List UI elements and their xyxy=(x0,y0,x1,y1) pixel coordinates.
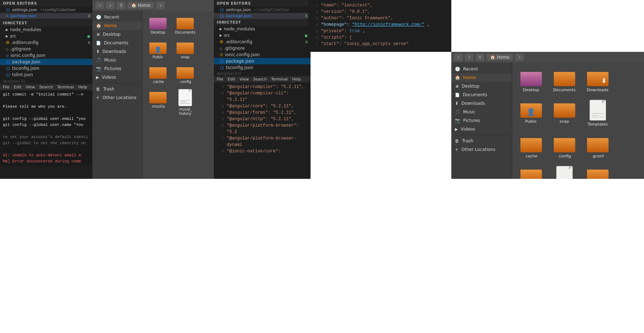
file-mysql-icon xyxy=(178,89,192,106)
large-folder-cache xyxy=(520,134,542,152)
fm-path-home: 🏠 Home xyxy=(128,2,154,9)
large-file-snap[interactable]: snap xyxy=(549,98,580,129)
sidebar-music[interactable]: 🎵 Music xyxy=(92,56,142,64)
json-icon: {} xyxy=(6,8,10,12)
large-file-cache[interactable]: .cache xyxy=(516,132,546,161)
tree-ionic-config[interactable]: ⊙ ionic.config.json xyxy=(0,52,93,59)
center-ionic-config[interactable]: ⊙ ionic.config.json xyxy=(214,52,311,58)
large-file-documents[interactable]: Documents xyxy=(549,66,580,95)
chevron-icon: ▶ xyxy=(6,28,8,31)
tree-node-modules[interactable]: ▶ node_modules xyxy=(0,26,93,33)
center-gitignore[interactable]: ◇ .gitignore xyxy=(214,45,311,52)
nav-up-btn[interactable]: ⇧ xyxy=(117,2,125,9)
home-icon: 🏠 xyxy=(455,75,460,80)
music-icon: 🎵 xyxy=(96,58,101,63)
large-file-templates[interactable]: Templates xyxy=(582,98,613,129)
center-node-modules[interactable]: ▶ node_modules xyxy=(214,26,311,32)
large-sidebar-documents[interactable]: 📄 Documents xyxy=(451,90,512,99)
large-nav-right-btn[interactable]: › xyxy=(515,54,524,61)
file-snap[interactable]: snap xyxy=(173,38,198,61)
large-file-public[interactable]: 👤 Public xyxy=(516,98,546,129)
large-sidebar-downloads[interactable]: ⬇ Downloads xyxy=(451,99,512,108)
sidebar-pictures[interactable]: 📷 Pictures xyxy=(92,64,142,73)
large-file-gconf[interactable]: .gconf xyxy=(582,132,613,161)
sidebar-recent[interactable]: 🕐 Recent xyxy=(92,13,142,21)
downloads-icon: ⬇ xyxy=(96,49,100,54)
desktop-icon: 🖥 xyxy=(96,32,100,37)
nav-right-btn[interactable]: › xyxy=(156,2,165,9)
large-sidebar-home[interactable]: 🏠 Home xyxy=(451,73,512,82)
sidebar-home[interactable]: 🏠 Home xyxy=(92,21,142,30)
chevron-icon: ▶ xyxy=(220,27,222,31)
file-public[interactable]: 👤 Public xyxy=(145,38,170,61)
large-nav-up-btn[interactable]: ⇧ xyxy=(476,54,484,61)
fm-large-body: 🕐 Recent 🏠 Home 🖥 Desktop 📄 Documents ⬇ … xyxy=(451,63,644,179)
tree-tslint[interactable]: {} tslint.json xyxy=(0,72,93,78)
file-cache[interactable]: .cache xyxy=(145,63,170,85)
sidebar-videos[interactable]: ▶ Videos xyxy=(92,73,142,82)
sidebar-desktop[interactable]: 🖥 Desktop xyxy=(92,30,142,39)
large-sidebar-pictures[interactable]: 📷 Pictures xyxy=(451,116,512,125)
large-file-node-gyp[interactable]: .node-gyp xyxy=(582,164,613,179)
large-sidebar-trash[interactable]: 🗑 Trash xyxy=(451,137,512,145)
nav-back-btn[interactable]: ‹ xyxy=(95,2,104,9)
fm-small-titlebar: ‹ › ⇧ 🏠 Home › xyxy=(92,0,216,11)
tree-src[interactable]: ▶ src ● xyxy=(0,33,93,39)
large-sidebar-music[interactable]: 🎵 Music xyxy=(451,108,512,116)
large-folder-documents xyxy=(554,68,575,86)
json-icon: {} xyxy=(6,67,10,70)
large-file-config[interactable]: .config xyxy=(549,132,580,161)
large-folder-node-gyp xyxy=(587,166,609,179)
json-icon: ⊙ xyxy=(6,54,9,58)
file-icon-sm: ◇ xyxy=(220,46,222,50)
tree-gitignore[interactable]: ◇ .gitignore xyxy=(0,46,93,52)
large-nav-back-btn[interactable]: ‹ xyxy=(454,54,463,61)
large-sidebar-other[interactable]: + Other Locations xyxy=(451,145,512,154)
large-file-desktop[interactable]: Desktop xyxy=(516,66,546,95)
large-file-downloads[interactable]: ⬇ Downloads xyxy=(582,66,613,95)
fm-small-sidebar: 🕐 Recent 🏠 Home 🖥 Desktop 📄 Documents ⬇ … xyxy=(92,11,143,179)
large-file-mysql[interactable]: .mysql_history xyxy=(549,164,580,179)
folder-desktop-icon xyxy=(149,15,167,29)
center-ionictest-header: IONICTEST xyxy=(214,19,311,26)
file-mysql-history[interactable]: .mysql_history xyxy=(173,88,198,117)
nav-fwd-btn[interactable]: › xyxy=(106,2,115,9)
center-tsconfig[interactable]: {} tsconfig.json xyxy=(214,64,311,71)
center-editorconfig[interactable]: ⚙ .editorconfig A xyxy=(214,39,311,45)
file-documents[interactable]: Documents xyxy=(173,14,198,36)
sidebar-downloads[interactable]: ⬇ Downloads xyxy=(92,47,142,56)
file-mozilla[interactable]: .mozilla xyxy=(145,88,170,117)
downloads-icon: ⬇ xyxy=(455,101,458,106)
sidebar-trash[interactable]: 🗑 Trash xyxy=(92,85,142,93)
center-open-editors-header: OPEN EDITORS xyxy=(214,0,311,7)
chevron-icon: ▶ xyxy=(220,34,222,37)
large-folder-public: 👤 xyxy=(520,100,542,118)
file-config[interactable]: .config xyxy=(173,63,198,85)
center-package-json[interactable]: {} package.json xyxy=(214,58,311,64)
code-right-content: 1"name": "ionictest", 2"version": "0.0.1… xyxy=(308,0,451,49)
tree-package-json[interactable]: {} package.json xyxy=(0,59,93,65)
open-file-settings[interactable]: {} settings.json ~/.config/Code/User xyxy=(0,7,93,13)
file-desktop[interactable]: Desktop xyxy=(145,14,170,36)
large-sidebar-desktop[interactable]: 🖥 Desktop xyxy=(451,82,512,90)
folder-config-icon xyxy=(177,64,194,79)
open-file-package[interactable]: × package.json A xyxy=(0,13,93,19)
center-terminal-menubar: File Edit View Search Terminal Help xyxy=(214,76,311,82)
fm-large-titlebar: ‹ › ⇧ 🏠 Home › xyxy=(451,52,644,63)
sidebar-other-locations[interactable]: + Other Locations xyxy=(92,93,142,102)
large-folder-desktop xyxy=(520,68,542,86)
tree-editorconfig[interactable]: ⚙ .editorconfig A xyxy=(0,39,93,46)
chevron-icon: ▶ xyxy=(6,34,8,38)
tree-tsconfig[interactable]: {} tsconfig.json xyxy=(0,65,93,72)
sidebar-documents[interactable]: 📄 Documents xyxy=(92,39,142,47)
large-file-mysql-icon xyxy=(556,166,573,179)
large-sidebar-videos[interactable]: ▶ Videos xyxy=(451,125,512,133)
folder-documents-icon xyxy=(177,15,194,29)
center-package[interactable]: {} package.json A xyxy=(214,13,311,19)
large-nav-fwd-btn[interactable]: › xyxy=(465,54,474,61)
large-file-mozilla[interactable]: .mozilla xyxy=(516,164,546,179)
center-settings[interactable]: {} settings.json ~/.config/Code/User xyxy=(214,7,311,13)
center-src[interactable]: ▶ src ● xyxy=(214,32,311,39)
large-sidebar-recent[interactable]: 🕐 Recent xyxy=(451,65,512,73)
ionictest-header: IONICTEST xyxy=(0,20,93,26)
